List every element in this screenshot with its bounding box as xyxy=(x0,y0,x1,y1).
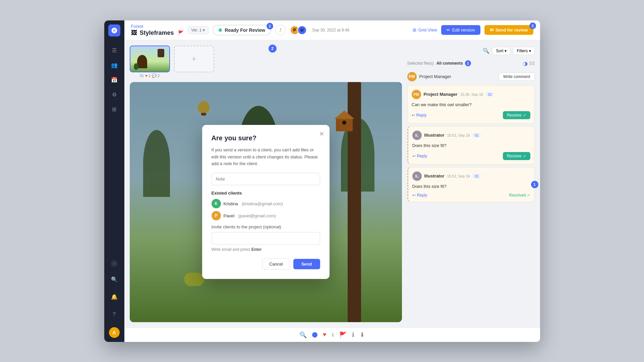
pm-name: Project Manager xyxy=(419,74,451,79)
sort-button[interactable]: Sort ▾ xyxy=(492,47,510,55)
write-comment-button[interactable]: Write comment xyxy=(499,73,534,81)
client-item-pavel: P Pavel (pavel@gmail.com) xyxy=(212,211,320,220)
download-icon[interactable]: ⬇ xyxy=(360,331,365,339)
sidebar-item-settings[interactable]: ⚙ xyxy=(108,89,120,101)
status-badge[interactable]: Ready For Review 2 xyxy=(213,25,271,35)
send-review-button[interactable]: ✉ Send for review 3 xyxy=(484,25,533,35)
page-indicator: ◑ 1/2 xyxy=(523,60,535,67)
heart-icon[interactable]: ♥ xyxy=(323,331,327,338)
send-review-modal: ✕ Are you sure? If you send a version to… xyxy=(202,125,330,279)
sidebar-item-help[interactable]: ? xyxy=(108,308,120,320)
grid-view-btn[interactable]: ⊞ Grid View xyxy=(413,27,437,32)
step-2-container: 2 xyxy=(269,45,277,53)
comment-header-1: PM Project Manager 15:30, Sep 16 01 xyxy=(412,90,530,99)
client-email-kristina: (kristina@gmail.com) xyxy=(241,201,283,206)
reply-button-3[interactable]: ↩ Reply xyxy=(412,193,427,198)
version-selector[interactable]: Ver. 1 ▾ xyxy=(188,26,209,34)
comment-actions-2: ↩ Reply Resolve ✓ xyxy=(412,152,530,160)
reply-icon-2: ↩ xyxy=(412,154,416,158)
modal-footer: Cancel Send xyxy=(212,259,320,270)
sidebar: ☰ 👥 📅 ⚙ ⊞ › 🔍 🔔 ? A xyxy=(104,20,124,342)
thumbnail-image-1[interactable] xyxy=(130,46,170,72)
search-icon[interactable]: 🔍 xyxy=(483,48,489,54)
step-1-badge: 1 xyxy=(531,181,538,188)
user-avatar[interactable]: A xyxy=(109,327,120,338)
flag-bottom-icon[interactable]: 🚩 xyxy=(339,331,347,339)
tab-selected-files[interactable]: Selected file(s) xyxy=(407,61,434,66)
sort-label: Sort xyxy=(496,49,503,53)
modal-description: If you send a version to a client, you c… xyxy=(212,147,320,167)
header: Forest 🖼 Styleframes 🚩 Ver. 1 ▾ Ready Fo… xyxy=(124,20,540,40)
grid-view-label: Grid View xyxy=(418,27,437,32)
reply-icon-1: ↩ xyxy=(412,113,415,118)
comment-file-ref-2: 01 xyxy=(473,133,481,138)
invite-hint: Write email and press Enter xyxy=(212,247,320,252)
app-logo[interactable] xyxy=(108,24,120,37)
resolve-button-2[interactable]: Resolve ✓ xyxy=(503,152,530,160)
comments-section-header: PM Project Manager Write comment xyxy=(407,71,535,83)
modal-close-button[interactable]: ✕ xyxy=(319,130,324,138)
filters-chevron-icon: ▾ xyxy=(529,49,531,53)
avatar-user: U xyxy=(297,25,307,35)
comment-text-2: Does this size fit? xyxy=(412,143,530,149)
content-area: 01 ♥ 1 💬 2 + xyxy=(124,40,540,328)
view-dot[interactable] xyxy=(312,332,317,338)
client-item-kristina: K Kristina (kristina@gmail.com) xyxy=(212,199,320,208)
status-notification-badge: 2 xyxy=(267,23,273,29)
project-name[interactable]: Forest xyxy=(131,24,184,29)
comment-time-1: 15:30, Sep 16 xyxy=(460,92,483,96)
right-panel: 🔍 Sort ▾ Filters ▾ Selected file(s) All … xyxy=(407,46,535,322)
share-icon[interactable]: ⤴ xyxy=(275,25,286,35)
comment-header-3: IL Illustrator 15:52, Sep 16 01 xyxy=(412,171,530,181)
comment-text-1: Can we make this owl smaller? xyxy=(412,102,530,108)
checkmark-icon-2: ✓ xyxy=(523,154,526,158)
comment-file-ref-3: 01 xyxy=(473,174,481,178)
resolve-button-1[interactable]: Resolve ✓ xyxy=(503,111,530,119)
commenter-name-1: Project Manager xyxy=(424,92,458,97)
reply-icon-3: ↩ xyxy=(412,193,416,198)
page-title: 🖼 Styleframes 🚩 xyxy=(131,29,184,37)
send-button[interactable]: Send xyxy=(293,259,320,269)
filters-button[interactable]: Filters ▾ xyxy=(513,47,534,55)
tab-badge: 2 xyxy=(465,60,471,66)
comment-card-1: PM Project Manager 15:30, Sep 16 01 Can … xyxy=(407,85,535,124)
reply-button-2[interactable]: ↩ Reply xyxy=(412,154,427,158)
invite-email-input[interactable] xyxy=(212,232,320,244)
sidebar-item-bell[interactable]: 🔔 xyxy=(108,291,120,303)
heart-count: 1 xyxy=(332,333,334,337)
zoom-icon[interactable]: 🔍 xyxy=(299,331,307,339)
tab-all-comments[interactable]: All comments 2 xyxy=(436,60,471,66)
main-content: Forest 🖼 Styleframes 🚩 Ver. 1 ▾ Ready Fo… xyxy=(124,20,540,342)
status-dot xyxy=(219,28,222,32)
timestamp: Sep 30, 2022 at 8:46 xyxy=(312,28,349,32)
sidebar-item-grid[interactable]: ⊞ xyxy=(108,103,120,116)
pm-avatar: PM xyxy=(407,72,417,81)
sidebar-item-users[interactable]: 👥 xyxy=(108,59,120,71)
reply-button-1[interactable]: ↩ Reply xyxy=(412,113,427,118)
send-review-badge: 3 xyxy=(529,22,536,29)
bottom-toolbar: 🔍 ♥ 1 🚩 ℹ ⬇ xyxy=(124,328,540,342)
sidebar-item-search[interactable]: 🔍 xyxy=(108,274,120,286)
thumbnail-add-btn[interactable]: + xyxy=(174,46,214,72)
commenter-avatar-1: PM xyxy=(412,90,421,99)
modal-note-input[interactable] xyxy=(212,173,320,185)
client-email-pavel: (pavel@gmail.com) xyxy=(237,213,276,218)
comment-time-2: 15:52, Sep 16 xyxy=(447,133,470,137)
flag-icon[interactable]: 🚩 xyxy=(178,30,184,35)
version-text: Ver. 1 xyxy=(191,28,202,32)
resolved-checkmark-icon: ✓ xyxy=(527,193,530,198)
chevron-down-icon: ▾ xyxy=(203,28,205,32)
avatar-group: P U xyxy=(290,25,307,35)
edit-version-button[interactable]: ✏ Edit version xyxy=(441,25,480,35)
sidebar-collapse-btn[interactable]: › xyxy=(111,260,118,267)
info-icon[interactable]: ℹ xyxy=(352,331,354,339)
left-panel: 01 ♥ 1 💬 2 + xyxy=(130,46,402,322)
cancel-button[interactable]: Cancel xyxy=(262,259,290,270)
sidebar-item-calendar[interactable]: 📅 xyxy=(108,74,120,86)
thumbnail-row: 01 ♥ 1 💬 2 + xyxy=(130,46,402,78)
modal-overlay: 4 ✕ Are you sure? If you send a version … xyxy=(130,82,402,322)
comment-card-3: 1 IL Illustrator 15:52, Sep 16 01 Does t… xyxy=(407,167,535,202)
comments-toolbar: 🔍 Sort ▾ Filters ▾ xyxy=(407,46,535,56)
sidebar-item-menu[interactable]: ☰ xyxy=(108,45,120,57)
thumbnail-comment-count: 💬 2 xyxy=(152,74,160,78)
